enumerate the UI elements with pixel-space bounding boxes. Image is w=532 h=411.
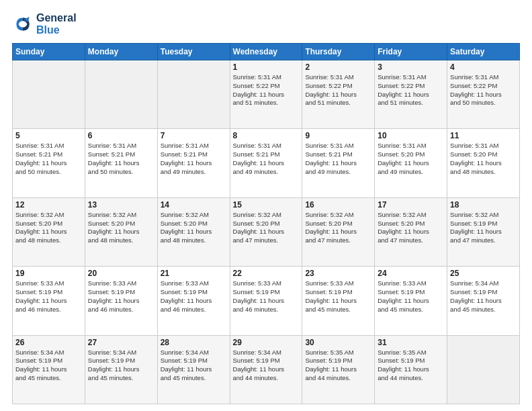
day-info: Sunrise: 5:33 AM Sunset: 5:19 PM Dayligh…	[15, 279, 82, 314]
day-info: Sunrise: 5:34 AM Sunset: 5:19 PM Dayligh…	[161, 349, 227, 383]
day-number: 17	[378, 200, 444, 210]
day-number: 6	[88, 131, 154, 140]
weekday-header-wednesday: Wednesday	[230, 44, 302, 60]
calendar-cell	[157, 60, 230, 129]
calendar-cell: 2Sunrise: 5:31 AM Sunset: 5:22 PM Daylig…	[302, 60, 375, 129]
week-row-2: 5Sunrise: 5:31 AM Sunset: 5:21 PM Daylig…	[13, 129, 520, 197]
day-info: Sunrise: 5:35 AM Sunset: 5:19 PM Dayligh…	[378, 349, 444, 383]
day-number: 25	[450, 269, 517, 278]
day-info: Sunrise: 5:31 AM Sunset: 5:20 PM Dayligh…	[378, 142, 444, 176]
calendar-cell: 5Sunrise: 5:31 AM Sunset: 5:21 PM Daylig…	[13, 129, 85, 197]
day-number: 22	[233, 269, 300, 278]
day-number: 27	[88, 338, 154, 347]
week-row-1: 1Sunrise: 5:31 AM Sunset: 5:22 PM Daylig…	[13, 60, 520, 129]
day-number: 28	[161, 338, 227, 347]
calendar-cell: 16Sunrise: 5:32 AM Sunset: 5:20 PM Dayli…	[302, 197, 375, 266]
calendar-cell: 11Sunrise: 5:31 AM Sunset: 5:20 PM Dayli…	[447, 129, 520, 197]
calendar-cell: 18Sunrise: 5:32 AM Sunset: 5:19 PM Dayli…	[447, 197, 520, 266]
day-info: Sunrise: 5:31 AM Sunset: 5:21 PM Dayligh…	[15, 142, 82, 176]
day-number: 31	[378, 338, 444, 347]
weekday-header-friday: Friday	[375, 44, 447, 60]
day-number: 11	[450, 131, 517, 140]
weekday-header-row: SundayMondayTuesdayWednesdayThursdayFrid…	[13, 44, 520, 60]
day-number: 15	[233, 200, 300, 210]
calendar-cell	[13, 60, 85, 129]
day-info: Sunrise: 5:32 AM Sunset: 5:20 PM Dayligh…	[161, 211, 227, 245]
calendar-table: SundayMondayTuesdayWednesdayThursdayFrid…	[12, 43, 520, 404]
calendar-cell: 24Sunrise: 5:33 AM Sunset: 5:19 PM Dayli…	[375, 267, 447, 335]
weekday-header-thursday: Thursday	[302, 44, 375, 60]
calendar-cell: 29Sunrise: 5:34 AM Sunset: 5:19 PM Dayli…	[230, 335, 302, 404]
day-number: 19	[15, 269, 82, 278]
day-info: Sunrise: 5:33 AM Sunset: 5:19 PM Dayligh…	[305, 279, 371, 314]
day-info: Sunrise: 5:31 AM Sunset: 5:22 PM Dayligh…	[305, 73, 371, 107]
header: General Blue	[12, 12, 520, 36]
day-info: Sunrise: 5:31 AM Sunset: 5:22 PM Dayligh…	[450, 73, 517, 107]
calendar-cell: 6Sunrise: 5:31 AM Sunset: 5:21 PM Daylig…	[85, 129, 157, 197]
day-number: 2	[305, 62, 371, 72]
day-number: 12	[15, 200, 82, 210]
week-row-3: 12Sunrise: 5:32 AM Sunset: 5:20 PM Dayli…	[13, 197, 520, 266]
week-row-5: 26Sunrise: 5:34 AM Sunset: 5:19 PM Dayli…	[13, 335, 520, 404]
calendar-cell: 13Sunrise: 5:32 AM Sunset: 5:20 PM Dayli…	[85, 197, 157, 266]
calendar-cell	[447, 335, 520, 404]
calendar-cell: 27Sunrise: 5:34 AM Sunset: 5:19 PM Dayli…	[85, 335, 157, 404]
day-number: 5	[15, 131, 82, 140]
day-number: 3	[378, 62, 444, 72]
calendar-cell: 1Sunrise: 5:31 AM Sunset: 5:22 PM Daylig…	[230, 60, 302, 129]
calendar-cell: 10Sunrise: 5:31 AM Sunset: 5:20 PM Dayli…	[375, 129, 447, 197]
day-number: 20	[88, 269, 154, 278]
day-number: 26	[15, 338, 82, 347]
logo-text: General Blue	[36, 12, 77, 36]
day-info: Sunrise: 5:31 AM Sunset: 5:21 PM Dayligh…	[305, 142, 371, 176]
week-row-4: 19Sunrise: 5:33 AM Sunset: 5:19 PM Dayli…	[13, 267, 520, 335]
weekday-header-saturday: Saturday	[447, 44, 520, 60]
calendar-cell: 15Sunrise: 5:32 AM Sunset: 5:20 PM Dayli…	[230, 197, 302, 266]
logo-icon	[12, 13, 34, 35]
calendar-cell: 12Sunrise: 5:32 AM Sunset: 5:20 PM Dayli…	[13, 197, 85, 266]
day-info: Sunrise: 5:32 AM Sunset: 5:20 PM Dayligh…	[88, 211, 154, 245]
day-number: 21	[161, 269, 227, 278]
day-info: Sunrise: 5:33 AM Sunset: 5:19 PM Dayligh…	[88, 279, 154, 314]
day-info: Sunrise: 5:34 AM Sunset: 5:19 PM Dayligh…	[233, 349, 300, 383]
day-info: Sunrise: 5:32 AM Sunset: 5:20 PM Dayligh…	[233, 211, 300, 245]
calendar-cell: 23Sunrise: 5:33 AM Sunset: 5:19 PM Dayli…	[302, 267, 375, 335]
day-info: Sunrise: 5:33 AM Sunset: 5:19 PM Dayligh…	[233, 279, 300, 314]
calendar-cell: 26Sunrise: 5:34 AM Sunset: 5:19 PM Dayli…	[13, 335, 85, 404]
day-number: 14	[161, 200, 227, 210]
day-info: Sunrise: 5:31 AM Sunset: 5:21 PM Dayligh…	[233, 142, 300, 176]
day-info: Sunrise: 5:31 AM Sunset: 5:22 PM Dayligh…	[233, 73, 300, 107]
calendar-cell: 14Sunrise: 5:32 AM Sunset: 5:20 PM Dayli…	[157, 197, 230, 266]
day-info: Sunrise: 5:34 AM Sunset: 5:19 PM Dayligh…	[88, 349, 154, 383]
calendar-cell: 22Sunrise: 5:33 AM Sunset: 5:19 PM Dayli…	[230, 267, 302, 335]
calendar-cell: 17Sunrise: 5:32 AM Sunset: 5:20 PM Dayli…	[375, 197, 447, 266]
calendar-cell: 19Sunrise: 5:33 AM Sunset: 5:19 PM Dayli…	[13, 267, 85, 335]
day-info: Sunrise: 5:31 AM Sunset: 5:21 PM Dayligh…	[88, 142, 154, 176]
calendar-cell: 20Sunrise: 5:33 AM Sunset: 5:19 PM Dayli…	[85, 267, 157, 335]
calendar-cell: 28Sunrise: 5:34 AM Sunset: 5:19 PM Dayli…	[157, 335, 230, 404]
day-info: Sunrise: 5:31 AM Sunset: 5:22 PM Dayligh…	[378, 73, 444, 107]
logo: General Blue	[12, 12, 77, 36]
weekday-header-sunday: Sunday	[13, 44, 85, 60]
day-info: Sunrise: 5:34 AM Sunset: 5:19 PM Dayligh…	[15, 349, 82, 383]
day-info: Sunrise: 5:31 AM Sunset: 5:20 PM Dayligh…	[450, 142, 517, 176]
day-number: 13	[88, 200, 154, 210]
day-number: 7	[161, 131, 227, 140]
calendar-cell: 7Sunrise: 5:31 AM Sunset: 5:21 PM Daylig…	[157, 129, 230, 197]
day-number: 10	[378, 131, 444, 140]
day-number: 4	[450, 62, 517, 72]
day-info: Sunrise: 5:34 AM Sunset: 5:19 PM Dayligh…	[450, 279, 517, 314]
day-number: 8	[233, 131, 300, 140]
weekday-header-tuesday: Tuesday	[157, 44, 230, 60]
day-info: Sunrise: 5:32 AM Sunset: 5:20 PM Dayligh…	[378, 211, 444, 245]
day-number: 30	[305, 338, 371, 347]
day-number: 16	[305, 200, 371, 210]
calendar-cell: 3Sunrise: 5:31 AM Sunset: 5:22 PM Daylig…	[375, 60, 447, 129]
day-number: 1	[233, 62, 300, 72]
calendar-cell: 30Sunrise: 5:35 AM Sunset: 5:19 PM Dayli…	[302, 335, 375, 404]
calendar-cell: 31Sunrise: 5:35 AM Sunset: 5:19 PM Dayli…	[375, 335, 447, 404]
day-info: Sunrise: 5:33 AM Sunset: 5:19 PM Dayligh…	[161, 279, 227, 314]
day-number: 24	[378, 269, 444, 278]
weekday-header-monday: Monday	[85, 44, 157, 60]
day-number: 9	[305, 131, 371, 140]
